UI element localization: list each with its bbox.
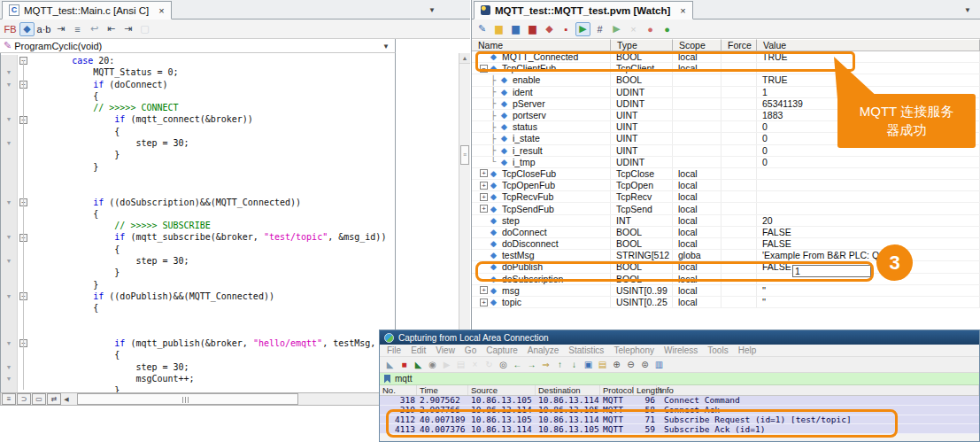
save-file-icon[interactable]: ▤ — [454, 358, 467, 371]
restart-capture-icon[interactable]: ◣ — [412, 358, 425, 371]
code-area[interactable]: − case 20:▼ MQTT_Status = 0;▼− if (doCon… — [0, 53, 396, 392]
bookmark-marker-icon[interactable]: ▼ — [1, 197, 18, 208]
bookmark-marker-icon[interactable]: ▼ — [1, 255, 18, 267]
chevron-down-icon[interactable]: ▼ — [382, 43, 390, 50]
reload-icon[interactable]: ↻ — [482, 358, 496, 371]
go-back-icon[interactable]: ← — [511, 358, 524, 371]
capture-options-icon[interactable]: ◉ — [426, 358, 439, 371]
expand-icon[interactable]: + — [480, 193, 488, 201]
watch-value-cell[interactable]: 0 — [757, 157, 980, 167]
colorize-icon[interactable]: ▤ — [596, 358, 609, 371]
bookmark-marker-icon[interactable]: ▼ — [1, 373, 18, 384]
menu-file[interactable]: File — [387, 345, 401, 355]
watch-row[interactable]: +◆topicUSINT[0..25local'' — [472, 297, 980, 308]
view-mode-button-4[interactable]: ⇄ — [47, 393, 61, 405]
watch-value-cell[interactable]: 'Example From B&R PLC: QoS — [757, 250, 980, 260]
expand-icon[interactable]: + — [480, 205, 488, 213]
packet-column-length[interactable]: Length — [634, 385, 657, 395]
packet-row[interactable]: 411340.00737610.86.13.11410.86.13.105MQT… — [380, 424, 979, 434]
menu-statistics[interactable]: Statistics — [568, 345, 604, 355]
record-config-icon[interactable]: ● — [660, 22, 675, 36]
menu-analyze[interactable]: Analyze — [528, 345, 559, 355]
gutter-cell[interactable] — [1, 220, 18, 231]
watch-value-cell[interactable]: FALSE — [757, 227, 980, 237]
page-icon[interactable]: ▢ — [137, 22, 152, 36]
function-block-icon[interactable]: FB — [3, 22, 18, 36]
goto-line-icon[interactable]: ⇥ — [53, 22, 68, 36]
menu-capture[interactable]: Capture — [486, 345, 518, 355]
horizontal-scrollbar[interactable] — [72, 393, 386, 405]
rename-ab-icon[interactable]: a·b — [36, 22, 51, 36]
bookmark-marker-icon[interactable]: ▼ — [1, 361, 18, 373]
menu-view[interactable]: View — [436, 345, 455, 355]
gutter-cell[interactable] — [1, 90, 18, 102]
gutter-cell[interactable] — [1, 267, 18, 278]
watch-row[interactable]: └◆i_tmpUDINT0 — [472, 157, 980, 168]
open-watch-icon[interactable]: ▆ — [491, 22, 506, 36]
collapse-icon[interactable]: − — [480, 65, 488, 73]
packet-column-info[interactable]: Info — [657, 385, 979, 395]
tab-watch[interactable]: MQTT_test::MQTT_test.pvm [Watch] × — [474, 1, 693, 19]
packet-row[interactable]: 3182.90756210.86.13.10510.86.13.114MQTT9… — [380, 396, 979, 406]
menu-go[interactable]: Go — [465, 345, 476, 355]
function-selector[interactable]: ✎ ProgramCyclic(void) ▼ — [0, 39, 396, 53]
bookmark-marker-icon[interactable]: ▼ — [1, 66, 18, 78]
zoom-in-icon[interactable]: ⊕ — [610, 358, 623, 371]
watch-row[interactable]: ◆stepINTlocal20 — [472, 215, 980, 227]
view-mode-button-2[interactable]: ⊃ — [17, 393, 31, 405]
expand-icon[interactable]: + — [480, 299, 488, 306]
wireshark-title-bar[interactable]: Capturing from Local Area Connection — [380, 330, 979, 345]
undo-icon[interactable]: ↩ — [87, 22, 102, 36]
watch-row[interactable]: +◆TcpSendFubTcpSendlocal — [472, 203, 980, 214]
go-top-icon[interactable]: ↑ — [553, 358, 567, 371]
column-header-name[interactable]: Name — [472, 39, 611, 50]
gutter-cell[interactable] — [1, 173, 18, 184]
column-header-type[interactable]: Type — [611, 39, 673, 50]
dosubscription-value-editbox[interactable]: 1 — [792, 265, 871, 277]
watch-value-cell[interactable]: '' — [757, 285, 980, 296]
indent-icon[interactable]: ⇥ — [120, 22, 135, 36]
stop-capture-icon[interactable]: ■ — [397, 358, 411, 371]
watch-row[interactable]: +◆TcpCloseFubTcpCloselocal — [472, 168, 980, 180]
watch-row[interactable]: +◆msgUSINT[0..99local'' — [472, 285, 980, 297]
outdent-icon[interactable]: ⇤ — [104, 22, 119, 36]
open-file-icon[interactable]: ▶ — [440, 358, 453, 371]
zoom-out-icon[interactable]: ⊖ — [624, 358, 637, 371]
resize-columns-icon[interactable]: ▥ — [652, 358, 666, 371]
format-lines-icon[interactable]: ≡ — [70, 22, 85, 36]
gutter-cell[interactable] — [1, 184, 18, 196]
watch-value-cell[interactable] — [757, 191, 980, 202]
expand-icon[interactable]: + — [480, 182, 488, 190]
watch-row[interactable]: −◆TcpClientFubTcpClientlocal — [472, 63, 980, 74]
bookmark-marker-icon[interactable]: ▼ — [1, 291, 18, 302]
zoom-reset-icon[interactable]: ⊜ — [638, 358, 652, 371]
menu-telephony[interactable]: Telephony — [613, 345, 654, 355]
watch-value-cell[interactable] — [757, 180, 980, 190]
stop-watch-icon[interactable]: ▪ — [559, 22, 574, 36]
watch-value-cell[interactable] — [757, 168, 980, 179]
watch-value-cell[interactable]: '' — [757, 297, 980, 307]
close-file-icon[interactable]: × — [468, 358, 482, 371]
display-filter-input[interactable]: mqtt — [395, 374, 412, 384]
gutter-cell[interactable] — [1, 55, 18, 66]
goto-packet-icon[interactable]: ⇒ — [539, 358, 552, 371]
column-header-value[interactable]: Value — [757, 39, 980, 50]
bookmark-marker-icon[interactable]: ▼ — [1, 231, 18, 243]
find-packet-icon[interactable]: ◎ — [497, 358, 510, 371]
bookmark-marker-icon[interactable]: ▼ — [1, 79, 18, 90]
watch-row[interactable]: +◆TcpOpenFubTcpOpenlocal — [472, 180, 980, 191]
watch-value-cell[interactable]: FALSE — [757, 238, 980, 249]
close-tab-icon[interactable]: × — [158, 5, 164, 16]
filter-bookmark-icon[interactable] — [384, 375, 390, 384]
watch-value-cell[interactable]: 20 — [757, 215, 980, 226]
delete-variable-icon[interactable]: × — [626, 22, 641, 36]
watch-value-cell[interactable] — [757, 203, 980, 213]
start-capture-icon[interactable]: ◣ — [383, 358, 397, 371]
go-forward-icon[interactable]: → — [525, 358, 538, 371]
gutter-cell[interactable] — [1, 244, 18, 255]
gutter-cell[interactable] — [1, 279, 18, 291]
packet-row[interactable]: 3192.90776610.86.13.11410.86.13.105MQTT5… — [380, 406, 979, 415]
expand-icon[interactable]: + — [480, 286, 488, 294]
save-icon[interactable]: ▆ — [508, 22, 523, 36]
gutter-cell[interactable] — [1, 161, 18, 173]
